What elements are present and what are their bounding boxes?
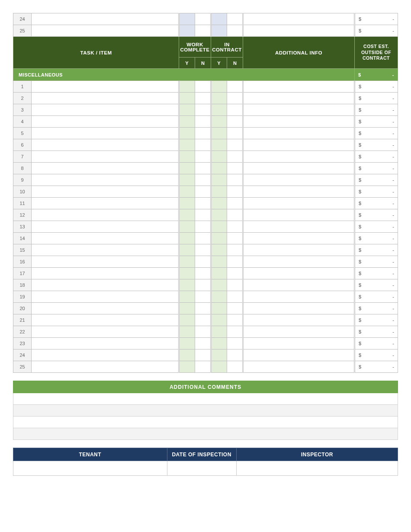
comment-row[interactable] — [13, 405, 398, 417]
info-cell[interactable] — [243, 81, 355, 93]
ic-y-cell[interactable] — [211, 13, 227, 25]
wc-n-cell[interactable] — [195, 221, 211, 233]
cost-cell[interactable]: $- — [355, 151, 398, 163]
cost-cell[interactable]: $- — [355, 81, 398, 93]
info-cell[interactable] — [243, 13, 355, 25]
cost-cell[interactable]: $- — [355, 256, 398, 268]
task-cell[interactable] — [32, 81, 179, 93]
info-cell[interactable] — [243, 244, 355, 256]
footer-inspector-input[interactable] — [236, 461, 398, 476]
cost-cell[interactable]: $- — [355, 279, 398, 291]
task-cell[interactable] — [32, 93, 179, 104]
ic-n-cell[interactable] — [227, 209, 243, 221]
footer-date-input[interactable] — [167, 461, 236, 476]
ic-y-cell[interactable] — [211, 209, 227, 221]
wc-y-cell[interactable] — [179, 349, 195, 361]
wc-y-cell[interactable] — [179, 116, 195, 128]
wc-y-cell[interactable] — [179, 303, 195, 314]
ic-n-cell[interactable] — [227, 268, 243, 279]
ic-n-cell[interactable] — [227, 291, 243, 303]
task-cell[interactable] — [32, 104, 179, 116]
task-cell[interactable] — [32, 349, 179, 361]
task-cell[interactable] — [32, 326, 179, 338]
wc-n-cell[interactable] — [195, 361, 211, 373]
cost-cell[interactable]: $- — [355, 314, 398, 326]
wc-y-cell[interactable] — [179, 244, 195, 256]
info-cell[interactable] — [243, 268, 355, 279]
wc-y-cell[interactable] — [179, 291, 195, 303]
task-cell[interactable] — [32, 361, 179, 373]
wc-n-cell[interactable] — [195, 128, 211, 139]
wc-y-cell[interactable] — [179, 326, 195, 338]
wc-y-cell[interactable] — [179, 128, 195, 139]
ic-n-cell[interactable] — [227, 279, 243, 291]
cost-cell[interactable]: $- — [355, 163, 398, 174]
ic-y-cell[interactable] — [211, 256, 227, 268]
wc-n-cell[interactable] — [195, 338, 211, 349]
info-cell[interactable] — [243, 174, 355, 186]
cost-cell[interactable]: $- — [355, 186, 398, 198]
wc-y-cell[interactable] — [179, 93, 195, 104]
ic-n-cell[interactable] — [227, 338, 243, 349]
info-cell[interactable] — [243, 151, 355, 163]
cost-cell[interactable]: $- — [355, 268, 398, 279]
task-cell[interactable] — [32, 198, 179, 209]
wc-y-cell[interactable] — [179, 314, 195, 326]
comment-row[interactable] — [13, 393, 398, 405]
ic-n-cell[interactable] — [227, 163, 243, 174]
wc-n-cell[interactable] — [195, 174, 211, 186]
cost-cell[interactable]: $- — [355, 349, 398, 361]
ic-n-cell[interactable] — [227, 198, 243, 209]
info-cell[interactable] — [243, 314, 355, 326]
wc-y-cell[interactable] — [179, 209, 195, 221]
info-cell[interactable] — [243, 338, 355, 349]
ic-y-cell[interactable] — [211, 268, 227, 279]
ic-y-cell[interactable] — [211, 233, 227, 244]
wc-y-cell[interactable] — [179, 221, 195, 233]
wc-y-cell[interactable] — [179, 198, 195, 209]
wc-n-cell[interactable] — [195, 186, 211, 198]
info-cell[interactable] — [243, 25, 355, 37]
ic-n-cell[interactable] — [227, 314, 243, 326]
ic-n-cell[interactable] — [227, 221, 243, 233]
wc-n-cell[interactable] — [195, 303, 211, 314]
info-cell[interactable] — [243, 209, 355, 221]
wc-n-cell[interactable] — [195, 256, 211, 268]
info-cell[interactable] — [243, 361, 355, 373]
cost-cell[interactable]: $- — [355, 174, 398, 186]
ic-y-cell[interactable] — [211, 326, 227, 338]
wc-y-cell[interactable] — [179, 233, 195, 244]
info-cell[interactable] — [243, 104, 355, 116]
cost-cell[interactable]: $- — [355, 139, 398, 151]
info-cell[interactable] — [243, 233, 355, 244]
ic-y-cell[interactable] — [211, 151, 227, 163]
cost-cell[interactable]: $- — [355, 233, 398, 244]
info-cell[interactable] — [243, 116, 355, 128]
ic-y-cell[interactable] — [211, 93, 227, 104]
info-cell[interactable] — [243, 291, 355, 303]
ic-n-cell[interactable] — [227, 326, 243, 338]
ic-y-cell[interactable] — [211, 221, 227, 233]
ic-n-cell[interactable] — [227, 116, 243, 128]
info-cell[interactable] — [243, 256, 355, 268]
wc-y-cell[interactable] — [179, 104, 195, 116]
cost-cell[interactable]: $- — [355, 361, 398, 373]
ic-y-cell[interactable] — [211, 291, 227, 303]
info-cell[interactable] — [243, 303, 355, 314]
info-cell[interactable] — [243, 198, 355, 209]
ic-y-cell[interactable] — [211, 198, 227, 209]
ic-n-cell[interactable] — [227, 25, 243, 37]
cost-cell[interactable]: $- — [355, 93, 398, 104]
ic-y-cell[interactable] — [211, 349, 227, 361]
cost-cell[interactable]: $- — [355, 104, 398, 116]
task-cell[interactable] — [32, 209, 179, 221]
task-cell[interactable] — [32, 221, 179, 233]
wc-y-cell[interactable] — [179, 361, 195, 373]
wc-y-cell[interactable] — [179, 279, 195, 291]
ic-n-cell[interactable] — [227, 128, 243, 139]
task-cell[interactable] — [32, 244, 179, 256]
cost-cell[interactable]: $- — [355, 338, 398, 349]
ic-y-cell[interactable] — [211, 104, 227, 116]
ic-n-cell[interactable] — [227, 186, 243, 198]
ic-y-cell[interactable] — [211, 128, 227, 139]
